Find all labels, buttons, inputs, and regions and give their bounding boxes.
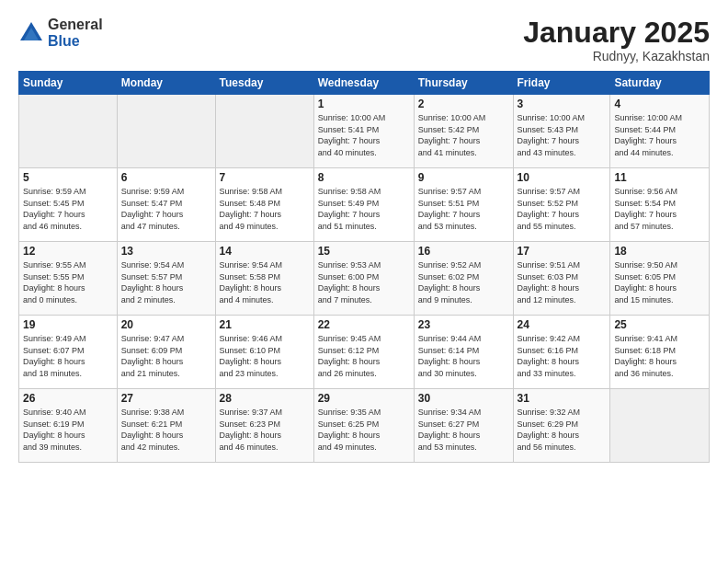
calendar-cell: 22Sunrise: 9:45 AM Sunset: 6:12 PM Dayli… (313, 316, 414, 389)
day-info: Sunrise: 10:00 AM Sunset: 5:42 PM Daylig… (418, 112, 509, 158)
day-info: Sunrise: 9:42 AM Sunset: 6:16 PM Dayligh… (518, 333, 607, 379)
day-number: 14 (220, 245, 310, 258)
calendar-cell: 27Sunrise: 9:38 AM Sunset: 6:21 PM Dayli… (117, 389, 215, 463)
day-number: 15 (318, 245, 410, 258)
day-info: Sunrise: 9:57 AM Sunset: 5:51 PM Dayligh… (418, 186, 509, 232)
header-tuesday: Tuesday (215, 72, 313, 95)
day-number: 17 (518, 245, 607, 258)
calendar-cell: 25Sunrise: 9:41 AM Sunset: 6:18 PM Dayli… (610, 316, 710, 389)
day-info: Sunrise: 9:54 AM Sunset: 5:58 PM Dayligh… (220, 259, 310, 305)
day-number: 4 (614, 98, 705, 110)
calendar-cell: 7Sunrise: 9:58 AM Sunset: 5:48 PM Daylig… (215, 168, 313, 242)
calendar-week-1: 5Sunrise: 9:59 AM Sunset: 5:45 PM Daylig… (19, 168, 710, 242)
day-info: Sunrise: 9:57 AM Sunset: 5:52 PM Dayligh… (518, 186, 607, 232)
logo: General Blue (18, 17, 103, 49)
title-block: January 2025 Rudnyy, Kazakhstan (523, 17, 710, 63)
calendar-location: Rudnyy, Kazakhstan (523, 49, 710, 63)
calendar-cell (117, 95, 215, 168)
calendar-cell: 28Sunrise: 9:37 AM Sunset: 6:23 PM Dayli… (215, 389, 313, 463)
day-info: Sunrise: 9:35 AM Sunset: 6:25 PM Dayligh… (318, 407, 410, 453)
day-number: 29 (318, 392, 410, 405)
calendar-cell: 20Sunrise: 9:47 AM Sunset: 6:09 PM Dayli… (117, 316, 215, 389)
day-number: 8 (318, 171, 410, 184)
calendar-cell: 3Sunrise: 10:00 AM Sunset: 5:43 PM Dayli… (513, 95, 610, 168)
day-info: Sunrise: 10:00 AM Sunset: 5:43 PM Daylig… (518, 112, 607, 158)
day-info: Sunrise: 9:56 AM Sunset: 5:54 PM Dayligh… (614, 186, 705, 232)
calendar-week-2: 12Sunrise: 9:55 AM Sunset: 5:55 PM Dayli… (19, 242, 710, 316)
day-number: 1 (318, 98, 410, 110)
day-number: 5 (23, 171, 113, 184)
logo-general-text: General (48, 17, 103, 33)
calendar-table: Sunday Monday Tuesday Wednesday Thursday… (18, 71, 710, 463)
calendar-cell: 4Sunrise: 10:00 AM Sunset: 5:44 PM Dayli… (610, 95, 710, 168)
day-number: 12 (23, 245, 113, 258)
day-info: Sunrise: 9:53 AM Sunset: 6:00 PM Dayligh… (318, 259, 410, 305)
calendar-cell: 6Sunrise: 9:59 AM Sunset: 5:47 PM Daylig… (117, 168, 215, 242)
day-info: Sunrise: 9:58 AM Sunset: 5:48 PM Dayligh… (220, 186, 310, 232)
header-saturday: Saturday (610, 72, 710, 95)
calendar-week-3: 19Sunrise: 9:49 AM Sunset: 6:07 PM Dayli… (19, 316, 710, 389)
calendar-cell: 5Sunrise: 9:59 AM Sunset: 5:45 PM Daylig… (19, 168, 118, 242)
day-number: 18 (614, 245, 705, 258)
day-info: Sunrise: 9:45 AM Sunset: 6:12 PM Dayligh… (318, 333, 410, 379)
calendar-cell: 16Sunrise: 9:52 AM Sunset: 6:02 PM Dayli… (414, 242, 513, 316)
header: General Blue January 2025 Rudnyy, Kazakh… (18, 17, 710, 63)
day-number: 31 (518, 392, 607, 405)
day-info: Sunrise: 9:58 AM Sunset: 5:49 PM Dayligh… (318, 186, 410, 232)
day-number: 11 (614, 171, 705, 184)
day-info: Sunrise: 9:41 AM Sunset: 6:18 PM Dayligh… (614, 333, 705, 379)
calendar-cell: 9Sunrise: 9:57 AM Sunset: 5:51 PM Daylig… (414, 168, 513, 242)
day-info: Sunrise: 9:50 AM Sunset: 6:05 PM Dayligh… (614, 259, 705, 305)
calendar-cell: 19Sunrise: 9:49 AM Sunset: 6:07 PM Dayli… (19, 316, 118, 389)
day-info: Sunrise: 9:47 AM Sunset: 6:09 PM Dayligh… (121, 333, 211, 379)
calendar-cell: 2Sunrise: 10:00 AM Sunset: 5:42 PM Dayli… (414, 95, 513, 168)
calendar-cell: 24Sunrise: 9:42 AM Sunset: 6:16 PM Dayli… (513, 316, 610, 389)
day-info: Sunrise: 9:55 AM Sunset: 5:55 PM Dayligh… (23, 259, 113, 305)
calendar-cell: 18Sunrise: 9:50 AM Sunset: 6:05 PM Dayli… (610, 242, 710, 316)
day-info: Sunrise: 9:54 AM Sunset: 5:57 PM Dayligh… (121, 259, 211, 305)
day-number: 22 (318, 318, 410, 331)
calendar-cell: 21Sunrise: 9:46 AM Sunset: 6:10 PM Dayli… (215, 316, 313, 389)
day-info: Sunrise: 9:37 AM Sunset: 6:23 PM Dayligh… (220, 407, 310, 453)
day-number: 26 (23, 392, 113, 405)
calendar-cell: 15Sunrise: 9:53 AM Sunset: 6:00 PM Dayli… (313, 242, 414, 316)
header-wednesday: Wednesday (313, 72, 414, 95)
day-number: 7 (220, 171, 310, 184)
header-sunday: Sunday (19, 72, 118, 95)
day-number: 24 (518, 318, 607, 331)
day-number: 2 (418, 98, 509, 110)
calendar-title: January 2025 (523, 17, 710, 49)
calendar-cell: 29Sunrise: 9:35 AM Sunset: 6:25 PM Dayli… (313, 389, 414, 463)
calendar-cell: 30Sunrise: 9:34 AM Sunset: 6:27 PM Dayli… (414, 389, 513, 463)
header-friday: Friday (513, 72, 610, 95)
calendar-cell: 17Sunrise: 9:51 AM Sunset: 6:03 PM Dayli… (513, 242, 610, 316)
day-info: Sunrise: 9:59 AM Sunset: 5:45 PM Dayligh… (23, 186, 113, 232)
calendar-cell: 8Sunrise: 9:58 AM Sunset: 5:49 PM Daylig… (313, 168, 414, 242)
day-info: Sunrise: 10:00 AM Sunset: 5:41 PM Daylig… (318, 112, 410, 158)
calendar-cell: 12Sunrise: 9:55 AM Sunset: 5:55 PM Dayli… (19, 242, 118, 316)
logo-icon (18, 20, 44, 46)
day-number: 30 (418, 392, 509, 405)
day-number: 16 (418, 245, 509, 258)
day-number: 23 (418, 318, 509, 331)
day-number: 6 (121, 171, 211, 184)
calendar-cell: 11Sunrise: 9:56 AM Sunset: 5:54 PM Dayli… (610, 168, 710, 242)
calendar-body: 1Sunrise: 10:00 AM Sunset: 5:41 PM Dayli… (19, 95, 710, 463)
day-number: 10 (518, 171, 607, 184)
day-number: 3 (518, 98, 607, 110)
calendar-cell: 23Sunrise: 9:44 AM Sunset: 6:14 PM Dayli… (414, 316, 513, 389)
calendar-cell: 26Sunrise: 9:40 AM Sunset: 6:19 PM Dayli… (19, 389, 118, 463)
calendar-cell: 31Sunrise: 9:32 AM Sunset: 6:29 PM Dayli… (513, 389, 610, 463)
day-info: Sunrise: 9:32 AM Sunset: 6:29 PM Dayligh… (518, 407, 607, 453)
day-number: 21 (220, 318, 310, 331)
calendar-cell: 13Sunrise: 9:54 AM Sunset: 5:57 PM Dayli… (117, 242, 215, 316)
day-info: Sunrise: 9:34 AM Sunset: 6:27 PM Dayligh… (418, 407, 509, 453)
day-info: Sunrise: 9:46 AM Sunset: 6:10 PM Dayligh… (220, 333, 310, 379)
day-number: 25 (614, 318, 705, 331)
header-monday: Monday (117, 72, 215, 95)
day-info: Sunrise: 9:44 AM Sunset: 6:14 PM Dayligh… (418, 333, 509, 379)
header-thursday: Thursday (414, 72, 513, 95)
day-number: 28 (220, 392, 310, 405)
day-info: Sunrise: 9:52 AM Sunset: 6:02 PM Dayligh… (418, 259, 509, 305)
calendar-cell (610, 389, 710, 463)
